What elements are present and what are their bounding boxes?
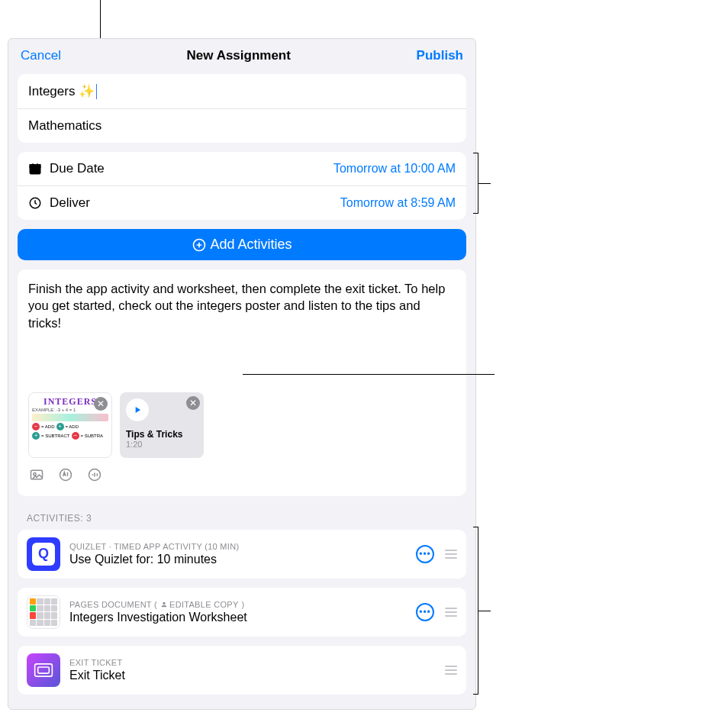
audio-duration: 1:20 <box>126 440 198 449</box>
svg-point-7 <box>34 472 36 475</box>
activity-row[interactable]: EXIT TICKET Exit Ticket <box>18 646 466 695</box>
person-icon <box>160 601 168 608</box>
add-activities-label: Add Activities <box>210 237 292 253</box>
page-title: New Assignment <box>187 48 291 63</box>
activity-meta: EXIT TICKET <box>69 658 436 667</box>
activity-more-button[interactable]: ••• <box>416 545 434 563</box>
svg-rect-1 <box>30 165 40 168</box>
due-date-label: Due Date <box>50 161 105 176</box>
remove-attachment-icon[interactable]: ✕ <box>94 397 108 411</box>
deliver-row[interactable]: Deliver Tomorrow at 8:59 AM <box>18 186 466 220</box>
clock-icon <box>28 196 42 210</box>
deliver-label: Deliver <box>50 195 90 211</box>
attachment-toolbar <box>28 467 456 485</box>
activity-more-button[interactable]: ••• <box>416 603 434 621</box>
due-date-value[interactable]: Tomorrow at 10:00 AM <box>333 162 456 176</box>
title-class-section: Integers ✨ Mathematics <box>18 74 466 143</box>
editable-copy-badge: EDITABLE COPY <box>160 600 239 609</box>
drag-handle-icon[interactable] <box>445 666 457 675</box>
calendar-icon <box>28 162 42 176</box>
attachments-row: ✕ INTEGERS EXAMPLE: -3 + 4 = 1 −= ADD +=… <box>28 392 456 458</box>
activity-row[interactable]: PAGES DOCUMENT ( EDITABLE COPY ) Integer… <box>18 588 466 637</box>
poster-ops: −= ADD += ADD += SUBTRACT −= SUBTRA <box>32 423 108 440</box>
due-date-row[interactable]: Due Date Tomorrow at 10:00 AM <box>18 152 466 186</box>
activity-meta: QUIZLET · TIMED APP ACTIVITY (10 MIN) <box>69 542 407 551</box>
schedule-section: Due Date Tomorrow at 10:00 AM Deliver To… <box>18 152 466 220</box>
svg-point-10 <box>163 601 165 604</box>
attachment-poster[interactable]: ✕ INTEGERS EXAMPLE: -3 + 4 = 1 −= ADD +=… <box>28 392 112 458</box>
navbar: Cancel New Assignment Publish <box>8 39 475 69</box>
plus-circle-icon <box>192 237 207 253</box>
activities-header: ACTIVITIES: 3 <box>27 513 457 524</box>
cancel-button[interactable]: Cancel <box>21 48 61 63</box>
deliver-value[interactable]: Tomorrow at 8:59 AM <box>340 196 456 210</box>
instructions-text[interactable]: Finish the app activity and worksheet, t… <box>28 280 456 331</box>
callout-line <box>100 0 101 38</box>
add-activities-button[interactable]: Add Activities <box>18 229 466 260</box>
pages-document-icon <box>27 595 60 629</box>
text-cursor <box>96 84 97 99</box>
activity-title: Exit Ticket <box>69 669 436 682</box>
callout-line <box>478 183 491 184</box>
exit-ticket-icon <box>27 653 60 687</box>
assignment-name-value: Integers ✨ <box>28 83 95 99</box>
drag-handle-icon[interactable] <box>445 608 457 617</box>
drag-handle-icon[interactable] <box>445 550 457 559</box>
svg-rect-12 <box>38 667 50 673</box>
attachment-audio[interactable]: ✕ Tips & Tricks 1:20 <box>120 392 204 458</box>
publish-button[interactable]: Publish <box>417 48 463 63</box>
activity-title: Integers Investigation Worksheet <box>69 611 407 624</box>
poster-numberline <box>32 414 108 421</box>
instructions-section: Finish the app activity and worksheet, t… <box>18 269 466 496</box>
class-field[interactable]: Mathematics <box>18 109 466 143</box>
audio-title: Tips & Tricks <box>126 429 198 440</box>
activity-meta: PAGES DOCUMENT ( EDITABLE COPY ) <box>69 600 407 609</box>
callout-line <box>243 374 494 375</box>
play-icon[interactable] <box>126 398 149 421</box>
insert-drawing-icon[interactable] <box>57 467 74 485</box>
insert-audio-icon[interactable] <box>86 467 103 485</box>
activity-title: Use Quizlet for: 10 minutes <box>69 553 407 566</box>
activity-row[interactable]: Q QUIZLET · TIMED APP ACTIVITY (10 MIN) … <box>18 530 466 579</box>
remove-attachment-icon[interactable]: ✕ <box>186 396 200 410</box>
insert-image-icon[interactable] <box>28 467 45 485</box>
callout-line <box>478 611 491 611</box>
quizlet-app-icon: Q <box>27 537 60 571</box>
assignment-name-field[interactable]: Integers ✨ <box>18 74 466 109</box>
class-value: Mathematics <box>28 118 101 134</box>
